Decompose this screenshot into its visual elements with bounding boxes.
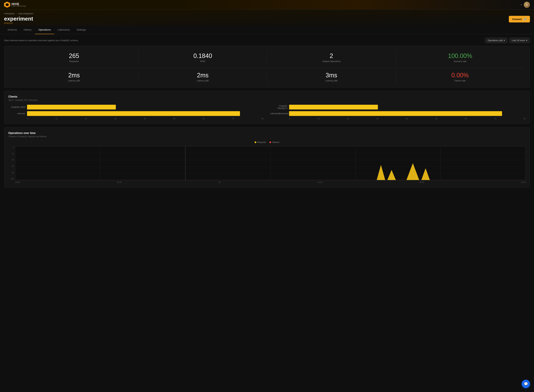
app-subtitle: FOR GRAPHQL — [12, 5, 27, 7]
nav-chevron-icon: ▾ — [521, 4, 522, 6]
timeline-subtitle: Timeline of GraphQL requests and failure… — [8, 135, 526, 138]
metric-requests: 265 Requests — [10, 50, 138, 65]
metrics-row-2: 2ms Latency p90 2ms Latency p95 3ms Late… — [10, 68, 524, 83]
nav-right: ▾ C — [521, 2, 530, 8]
metrics-card: 265 Requests 0.1840 RPM 2 Unique Operati… — [4, 46, 530, 88]
bar-fill-unknown — [27, 111, 240, 116]
timeline-card: Operations over time Timeline of GraphQL… — [4, 127, 530, 187]
metric-latency-p95-value: 2ms — [141, 72, 265, 78]
breadcrumb-org[interactable]: charlylpoly — [4, 12, 14, 15]
metric-success-rate: 100.00% Success rate — [396, 50, 525, 65]
y-tick-40: 40 — [8, 159, 14, 161]
logo[interactable]: HIVE FOR GRAPHQL — [4, 2, 27, 8]
bar-row-unknown: unknown — [8, 111, 264, 116]
metric-failure-rate-value: 0.00% — [398, 72, 522, 78]
tab-settings[interactable]: Settings — [73, 25, 89, 34]
page-title: experiment — [4, 16, 33, 22]
filter-bar: Data collected based on operation execut… — [4, 37, 530, 43]
bar-track-graphql-client-v1 — [289, 105, 526, 109]
metric-success-rate-value: 100.00% — [398, 53, 522, 59]
filter-description: Data collected based on operation execut… — [4, 39, 78, 42]
svg-marker-12 — [377, 165, 385, 180]
page-badge: SINGLE — [4, 22, 33, 24]
svg-marker-14 — [407, 163, 419, 180]
metric-rpm-value: 0.1840 — [141, 53, 265, 59]
timeline-chart-wrapper: 100 80 60 40 20 0 — [8, 146, 526, 183]
metric-requests-label: Requests — [12, 60, 136, 63]
metric-failure-rate: 0.00% Failure rate — [396, 71, 525, 83]
connect-button[interactable]: Connect 🔗 — [509, 16, 530, 23]
y-tick-100: 100 — [8, 178, 14, 180]
right-axis-label-0: 0 — [289, 118, 290, 120]
y-tick-60: 60 — [8, 165, 14, 167]
x-label-0800: 08:00 — [419, 181, 424, 183]
nav-left: HIVE FOR GRAPHQL — [4, 2, 27, 8]
x-label-20: 20 — [219, 181, 220, 183]
breadcrumb: charlylpoly › ruby-integration — [4, 12, 530, 15]
metrics-row-1: 265 Requests 0.1840 RPM 2 Unique Operati… — [10, 50, 524, 65]
axis-label-0: 0 — [27, 118, 28, 120]
time-filter-button[interactable]: Last 24 hours ▾ — [509, 37, 530, 43]
metric-unique-ops: 2 Unique Operations — [267, 50, 396, 65]
bar-row-graphql-client: GraphQL Client — [8, 105, 264, 109]
right-axis-label-40: 40 — [406, 118, 408, 120]
operations-filter-button[interactable]: Operations (all) ▾ — [485, 37, 507, 43]
logo-inner — [6, 3, 9, 6]
right-axis-label-20: 20 — [347, 118, 349, 120]
clients-charts: GraphQL Client unknown 0 10 20 30 — [8, 105, 526, 120]
metric-success-rate-label: Success rate — [398, 60, 522, 63]
clients-left-chart: GraphQL Client unknown 0 10 20 30 — [8, 105, 264, 120]
x-label-0400: 04:00 — [318, 181, 323, 183]
bar-label-unknown-unknown: unknown@unknown — [270, 112, 287, 115]
timeline-title: Operations over time — [8, 131, 526, 135]
bar-fill-unknown-unknown — [289, 111, 502, 116]
avatar[interactable]: C — [524, 2, 530, 8]
bar-fill-graphql-client — [27, 105, 116, 109]
bar-track-unknown — [27, 111, 264, 116]
axis-label-80: 80 — [262, 118, 264, 120]
metric-failure-rate-label: Failure rate — [398, 79, 522, 82]
link-icon: 🔗 — [523, 18, 526, 21]
legend-dot-failures — [269, 141, 271, 143]
clients-card: Clients Top 5 - GraphQL API consumers Gr… — [4, 91, 530, 124]
timeline-legend: Requests Failures — [8, 141, 526, 144]
axis-label-40: 40 — [144, 118, 146, 120]
filter-controls: Operations (all) ▾ Last 24 hours ▾ — [485, 37, 530, 43]
metric-latency-p95: 2ms Latency p95 — [138, 71, 267, 83]
chart-x-labels: 16:00 20:00 20 04:00 08:00 12:00 — [15, 181, 526, 183]
right-axis-label-30: 30 — [376, 118, 378, 120]
tab-laboratory[interactable]: Laboratory — [54, 25, 73, 34]
right-axis-label-10: 10 — [318, 118, 319, 120]
tab-schema[interactable]: Schema — [4, 25, 20, 34]
bar-fill-graphql-client-v1 — [289, 105, 378, 109]
right-chart-axis: 0 10 20 30 40 50 60 70 80 — [270, 118, 526, 120]
right-axis-label-50: 50 — [435, 118, 437, 120]
bar-label-unknown: unknown — [8, 112, 25, 115]
tab-operations[interactable]: Operations — [35, 25, 54, 34]
x-label-1600: 16:00 — [15, 181, 20, 183]
bar-label-graphql-client-v1: GraphQL Client@1.0 — [270, 105, 287, 109]
axis-label-70: 70 — [232, 118, 234, 120]
top-nav: HIVE FOR GRAPHQL ▾ C — [0, 0, 534, 9]
bar-track-graphql-client — [27, 105, 264, 109]
page-title-row: experiment SINGLE Connect 🔗 — [4, 16, 530, 24]
page-title-group: experiment SINGLE — [4, 16, 33, 24]
logo-text-group: HIVE FOR GRAPHQL — [12, 2, 27, 7]
tabs-bar: Schema History Operations Laboratory Set… — [0, 25, 534, 34]
chat-icon: 💬 — [524, 382, 528, 386]
operations-filter-chevron-icon: ▾ — [504, 39, 505, 42]
axis-label-30: 30 — [114, 118, 116, 120]
bar-track-unknown-unknown — [289, 111, 526, 116]
clients-title: Clients — [8, 95, 526, 98]
timeline-chart-area — [15, 146, 526, 180]
metric-rpm: 0.1840 RPM — [138, 50, 267, 65]
tab-history[interactable]: History — [20, 25, 35, 34]
breadcrumb-project[interactable]: ruby-integration — [18, 12, 33, 15]
svg-marker-13 — [387, 170, 396, 180]
legend-failures: Failures — [269, 141, 279, 144]
y-axis: 100 80 60 40 20 0 — [8, 146, 14, 180]
page-header: charlylpoly › ruby-integration experimen… — [0, 9, 534, 25]
clients-right-chart: GraphQL Client@1.0 unknown@unknown 0 10 … — [270, 105, 526, 120]
svg-marker-15 — [422, 168, 430, 180]
chat-bubble[interactable]: 💬 — [522, 380, 530, 388]
